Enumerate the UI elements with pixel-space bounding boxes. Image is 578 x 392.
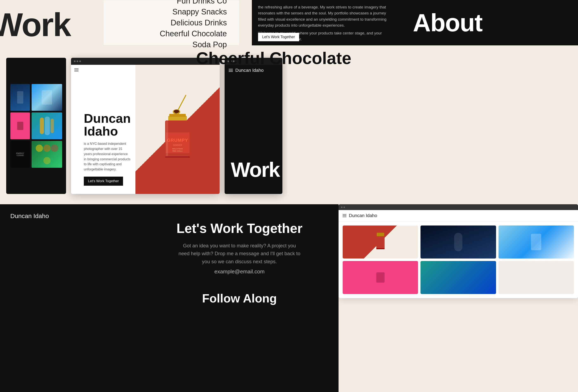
- jar-illustration: GRUMPY GINGER MALAYSIAN RED CHILLI: [157, 112, 198, 166]
- bottom-site-name: Duncan Idaho: [10, 213, 130, 219]
- svg-rect-4: [169, 114, 186, 117]
- hero-image-area: GRUMPY GINGER MALAYSIAN RED CHILLI: [135, 65, 220, 194]
- bottom-hamburger-icon[interactable]: [343, 214, 346, 217]
- thumb-pink[interactable]: [343, 261, 418, 294]
- lets-work-together-btn-top[interactable]: Let's Work Together: [258, 33, 299, 41]
- grid-img-pink: [10, 112, 30, 139]
- svg-rect-13: [376, 236, 385, 249]
- spoon-illustration: [165, 93, 190, 114]
- grid-img-energy: ENERGYCOOKIE: [10, 141, 30, 168]
- thumb-jam[interactable]: [343, 225, 418, 259]
- svg-text:RED CHILLI: RED CHILLI: [172, 150, 183, 152]
- right-hamburger-icon[interactable]: [229, 69, 233, 72]
- bottom-browser-nav: Duncan Idaho: [338, 210, 578, 221]
- svg-rect-11: [166, 121, 168, 156]
- about-title-section: About: [396, 0, 578, 45]
- hero-description: is a NYC-based independent photographer …: [84, 141, 131, 172]
- svg-text:MALAYSIAN: MALAYSIAN: [172, 148, 183, 150]
- work-partial-title: Work: [0, 8, 70, 41]
- nav-item-fun-drinks[interactable]: Fun Drinks Co: [177, 0, 227, 6]
- bottom-browser-bar: [338, 204, 578, 210]
- svg-rect-14: [377, 233, 384, 236]
- nav-item-snappy-snacks[interactable]: Snappy Snacks: [172, 7, 227, 17]
- hero-name: Duncan Idaho: [84, 112, 131, 138]
- nav-list-panel: Fun Drinks Co Snappy Snacks Delicious Dr…: [103, 0, 240, 45]
- bottom-browser-site-name: Duncan Idaho: [349, 213, 377, 218]
- bottom-right-browser-wrap: Duncan Idaho: [338, 204, 578, 392]
- browser-hero-text: Duncan Idaho is a NYC-based independent …: [82, 65, 135, 194]
- hamburger-menu-icon[interactable]: [74, 69, 82, 71]
- svg-text:GRUMPY: GRUMPY: [167, 138, 188, 143]
- svg-rect-15: [376, 248, 385, 249]
- far-right-panel: [287, 58, 572, 194]
- grid-img-blue: [10, 84, 30, 111]
- right-browser-mockup: Duncan Idaho Work: [225, 58, 282, 194]
- nav-item-cheerful-chocolate[interactable]: Cheerful Chocolate: [160, 29, 227, 39]
- svg-rect-12: [165, 156, 190, 158]
- contact-description: Got an idea you want to make reality? A …: [178, 242, 301, 265]
- contact-title: Let's Work Together: [177, 221, 302, 236]
- browser-left-nav: [71, 65, 82, 194]
- right-browser-work-title: Work: [225, 158, 282, 194]
- bottom-browser-grid: [338, 221, 578, 298]
- nav-item-soda-pop[interactable]: Soda Pop: [193, 40, 227, 50]
- about-section-title: About: [413, 8, 482, 37]
- nav-item-delicious-drinks[interactable]: Delicious Drinks: [171, 18, 227, 28]
- grid-img-joolies: [32, 141, 62, 168]
- bottom-left-panel: Duncan Idaho: [0, 204, 140, 392]
- bottom-right-browser: Duncan Idaho: [338, 204, 578, 298]
- right-browser-site-name: Duncan Idaho: [235, 68, 264, 73]
- left-image-grid-panel: ENERGYCOOKIE: [6, 58, 66, 194]
- svg-text:GINGER: GINGER: [173, 144, 182, 146]
- hero-cta-button[interactable]: Let's Work Together: [84, 176, 123, 186]
- center-browser-mockup: Duncan Idaho is a NYC-based independent …: [71, 58, 220, 194]
- grid-img-product-box: [32, 84, 62, 111]
- work-partial-panel: Work: [0, 0, 103, 45]
- cheerful-chocolate-overlay: Cheerful Chocolate: [196, 48, 351, 68]
- thumb-light[interactable]: [498, 261, 574, 294]
- thumb-teal[interactable]: [498, 225, 574, 259]
- about-body-text: the refreshing allure of a beverage. My …: [258, 4, 390, 29]
- contact-section: Let's Work Together Got an idea you want…: [140, 204, 338, 392]
- thumb-dark-blue[interactable]: [421, 225, 496, 259]
- about-text-panel: the refreshing allure of a beverage. My …: [252, 0, 396, 45]
- contact-email[interactable]: example@email.com: [214, 268, 264, 275]
- thumb-drink-bottle[interactable]: [421, 261, 496, 294]
- follow-along-title: Follow Along: [202, 291, 277, 305]
- grid-img-drinks: [32, 112, 62, 139]
